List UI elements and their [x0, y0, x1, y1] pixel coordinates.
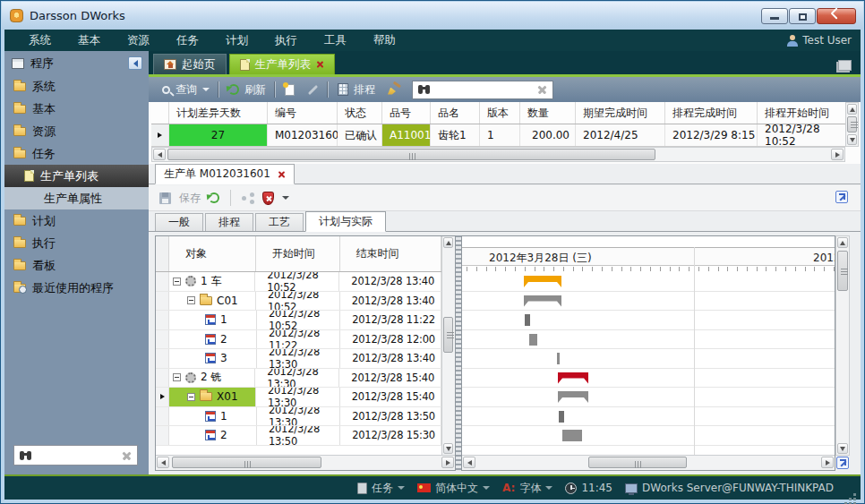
sidebar-item[interactable]: 最近使用的程序: [4, 277, 149, 299]
grid-column-header[interactable]: 编号: [268, 102, 338, 124]
tree-object-cell[interactable]: 2: [169, 330, 257, 349]
subtab-inactive[interactable]: 排程: [205, 213, 253, 231]
tree-row[interactable]: C012012/3/28 10:522012/3/28 13:40: [156, 292, 441, 312]
expander-icon[interactable]: [187, 393, 195, 401]
gantt-bar-task[interactable]: [559, 411, 564, 423]
grid-column-header[interactable]: 版本: [480, 102, 520, 124]
maximize-button[interactable]: [789, 8, 816, 24]
tree-row[interactable]: 22012/3/28 13:502012/3/28 15:30: [156, 426, 441, 446]
sidebar-item[interactable]: 看板: [4, 254, 149, 277]
tree-object-cell[interactable]: 1: [169, 407, 257, 426]
sidebar-item[interactable]: 任务: [4, 142, 149, 165]
status-item-clipboard[interactable]: 任务: [357, 481, 405, 496]
tree-object-cell[interactable]: 3: [169, 349, 257, 368]
status-item-font[interactable]: A:字体: [502, 481, 552, 496]
gantt-bar-task[interactable]: [557, 353, 560, 364]
tree-object-cell[interactable]: 2 铣: [169, 369, 255, 388]
tree-object-cell[interactable]: 1 车: [169, 272, 255, 291]
status-item-clock[interactable]: 11:45: [565, 482, 612, 494]
gantt-bar-task[interactable]: [529, 334, 537, 346]
expander-icon[interactable]: [187, 296, 195, 304]
gantt-vscrollbar[interactable]: [835, 235, 850, 456]
tree-vscrollbar[interactable]: [441, 236, 455, 455]
sidebar-item[interactable]: 系统: [4, 75, 149, 98]
grid-column-header[interactable]: 期望完成时间: [576, 102, 665, 124]
tree-hscrollbar[interactable]: [156, 455, 455, 470]
menu-item[interactable]: 工具: [311, 30, 360, 51]
grid-column-header[interactable]: 品号: [382, 102, 431, 124]
status-item-server[interactable]: DWorks Server@FUNWAY-THINKPAD: [625, 482, 834, 494]
subtab-inactive[interactable]: 工艺: [255, 213, 304, 231]
tree-row[interactable]: 12012/3/28 10:522012/3/28 11:22: [156, 311, 441, 330]
menu-item[interactable]: 执行: [261, 30, 311, 51]
tree-object-cell[interactable]: 1: [169, 311, 257, 329]
gantt-hscrollbar[interactable]: [462, 455, 835, 470]
status-item-flag[interactable]: 简体中文: [417, 481, 490, 496]
tree-row[interactable]: 12012/3/28 13:302012/3/28 13:50: [156, 407, 441, 427]
open-in-window-icon[interactable]: [835, 191, 848, 203]
menu-item[interactable]: 资源: [114, 30, 163, 51]
save-button[interactable]: 保存: [179, 191, 201, 206]
tree-row[interactable]: X012012/3/28 13:302012/3/28 15:40: [156, 388, 441, 407]
refresh-icon[interactable]: [209, 192, 219, 203]
window-list-icon[interactable]: [838, 60, 852, 71]
gantt-bar-task[interactable]: [562, 430, 582, 441]
shield-close-icon[interactable]: [262, 192, 274, 205]
tree-row[interactable]: 32012/3/28 13:302012/3/28 13:40: [156, 349, 441, 369]
grid-vscrollbar[interactable]: [845, 102, 859, 147]
grid-column-header[interactable]: [151, 102, 169, 124]
tab-inactive[interactable]: 起始页: [153, 54, 227, 74]
tree-object-cell[interactable]: C01: [169, 292, 256, 311]
menu-item[interactable]: 系统: [15, 30, 64, 51]
toolbar-button-new-doc[interactable]: [278, 79, 301, 100]
expander-icon[interactable]: [173, 373, 181, 381]
tree-row[interactable]: 1 车2012/3/28 10:522012/3/28 13:40: [156, 272, 441, 292]
expander-icon[interactable]: [173, 278, 181, 286]
subtab-inactive[interactable]: 一般: [155, 213, 203, 231]
tree-column-header[interactable]: 结束时间: [340, 236, 441, 271]
sidebar-item[interactable]: 基本: [4, 98, 149, 120]
subtab-active[interactable]: 计划与实际: [305, 211, 386, 232]
sidebar-item[interactable]: 计划: [4, 209, 149, 232]
grid-column-header[interactable]: 计划差异天数: [169, 102, 268, 124]
tree-object-cell[interactable]: X01: [169, 388, 256, 406]
resize-grip[interactable]: [853, 493, 856, 496]
clear-search-icon[interactable]: [537, 85, 547, 95]
grid-column-header[interactable]: 品名: [431, 102, 480, 124]
clear-search-icon[interactable]: [122, 450, 132, 460]
menu-item[interactable]: 帮助: [360, 30, 409, 51]
close-tab-icon[interactable]: [316, 61, 324, 69]
menu-item[interactable]: 基本: [64, 30, 114, 51]
tree-column-header[interactable]: 对象: [169, 236, 256, 271]
toolbar-search-box[interactable]: [412, 81, 553, 99]
sidebar-collapse-button[interactable]: [128, 56, 142, 70]
tree-row[interactable]: 2 铣2012/3/28 13:302012/3/28 15:40: [156, 369, 441, 389]
tree-column-header[interactable]: 开始时间: [256, 236, 340, 271]
sidebar-item[interactable]: 生产单属性: [4, 187, 149, 209]
sidebar-item[interactable]: 生产单列表: [4, 165, 149, 187]
grid-column-header[interactable]: 排程开始时间: [758, 102, 847, 124]
grid-hscrollbar[interactable]: [151, 147, 845, 162]
toolbar-button-calculator[interactable]: 排程: [331, 79, 381, 100]
toolbar-button-magnifier[interactable]: 查询: [156, 79, 216, 100]
close-detail-tab-icon[interactable]: [278, 170, 286, 178]
gantt-bar-task[interactable]: [525, 314, 530, 326]
sidebar-item[interactable]: 执行: [4, 232, 149, 254]
grid-column-header[interactable]: 排程完成时间: [665, 102, 758, 124]
toolbar-button-pencil[interactable]: [301, 79, 325, 100]
grid-column-header[interactable]: 数量: [520, 102, 576, 124]
menu-item[interactable]: 任务: [163, 30, 212, 51]
tab-active[interactable]: 生产单列表: [229, 54, 336, 74]
hierarchy-icon[interactable]: [242, 192, 254, 204]
grid-column-header[interactable]: 状态: [338, 102, 382, 124]
shield-dropdown-caret[interactable]: [282, 196, 289, 200]
sidebar-search-box[interactable]: [13, 445, 138, 466]
detail-document-tab[interactable]: 生产单 M012031601: [155, 164, 295, 184]
gantt-popout-icon[interactable]: [836, 457, 849, 469]
menu-item[interactable]: 计划: [212, 30, 261, 51]
tree-row[interactable]: 22012/3/28 11:222012/3/28 12:00: [156, 330, 441, 350]
close-button[interactable]: [817, 8, 856, 24]
sidebar-item[interactable]: 资源: [4, 120, 149, 142]
minimize-button[interactable]: [761, 8, 788, 24]
grid-data-row[interactable]: 27M012031601已确认A11001齿轮11200.002012/4/25…: [151, 124, 847, 147]
